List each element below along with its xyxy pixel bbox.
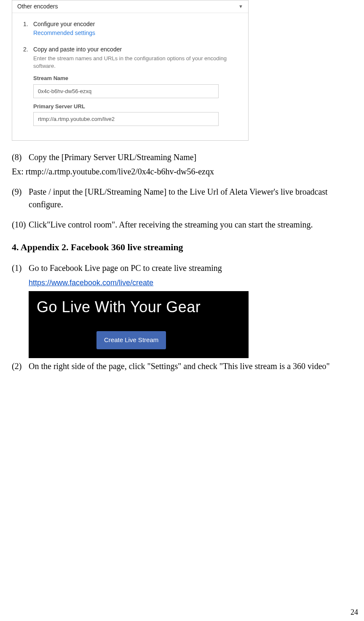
chevron-down-icon: ▼ xyxy=(238,3,243,10)
step-9-text: Paste / input the [URL/Streaming Name] t… xyxy=(29,187,328,209)
encoder-steps: 1. Configure your encoder Recommended se… xyxy=(12,13,248,140)
stream-name-input[interactable] xyxy=(33,84,219,98)
step-8: (8)Copy the [Primary Server URL/Streamin… xyxy=(12,151,352,163)
primary-url-input[interactable] xyxy=(33,112,219,126)
step-10-text: Click"Live control room". After receivin… xyxy=(29,220,313,229)
fb-step-1-text: Go to Facebook Live page on PC to create… xyxy=(29,263,222,273)
fb-step-2-text: On the right side of the page, click "Se… xyxy=(29,361,330,371)
step-2-description: Enter the stream names and URLs in the c… xyxy=(33,55,238,70)
create-live-stream-button[interactable]: Create Live Stream xyxy=(96,331,166,349)
stream-name-label: Stream Name xyxy=(33,74,238,83)
step-9-number: (9) xyxy=(12,185,29,198)
step-2-title: Copy and paste into your encoder xyxy=(33,45,238,54)
step-8-text: Copy the [Primary Server URL/Streaming N… xyxy=(29,153,196,162)
step-8-number: (8) xyxy=(12,151,29,163)
step-9: (9)Paste / input the [URL/Streaming Name… xyxy=(12,185,352,211)
recommended-settings-link[interactable]: Recommended settings xyxy=(33,29,238,37)
facebook-live-create-link[interactable]: https://www.facebook.com/live/create xyxy=(12,277,153,289)
appendix-heading: 4. Appendix 2. Facebook 360 live streami… xyxy=(12,240,352,254)
fb-step-2-number: (2) xyxy=(12,360,29,372)
encoder-dropdown-label: Other encoders xyxy=(17,2,58,11)
step-number: 1. xyxy=(23,20,28,29)
facebook-banner: Go Live With Your Gear Create Live Strea… xyxy=(29,291,249,358)
facebook-banner-title: Go Live With Your Gear xyxy=(29,292,248,331)
encoder-step-2: 2. Copy and paste into your encoder Ente… xyxy=(33,45,238,126)
encoder-dropdown[interactable]: Other encoders ▼ xyxy=(12,0,248,13)
primary-url-label: Primary Server URL xyxy=(33,102,238,111)
step-1-title: Configure your encoder xyxy=(33,20,238,29)
step-8-example: Ex: rtmp://a.rtmp.youtube.com/live2/0x4c… xyxy=(12,165,352,178)
youtube-encoder-panel: Other encoders ▼ 1. Configure your encod… xyxy=(12,0,249,141)
fb-step-1-number: (1) xyxy=(12,262,29,274)
encoder-step-1: 1. Configure your encoder Recommended se… xyxy=(33,20,238,37)
fb-step-1: (1)Go to Facebook Live page on PC to cre… xyxy=(12,262,352,274)
step-number: 2. xyxy=(23,45,28,54)
fb-step-2: (2)On the right side of the page, click … xyxy=(12,360,352,372)
step-10-number: (10) xyxy=(12,218,29,231)
step-10: (10)Click"Live control room". After rece… xyxy=(12,218,352,231)
